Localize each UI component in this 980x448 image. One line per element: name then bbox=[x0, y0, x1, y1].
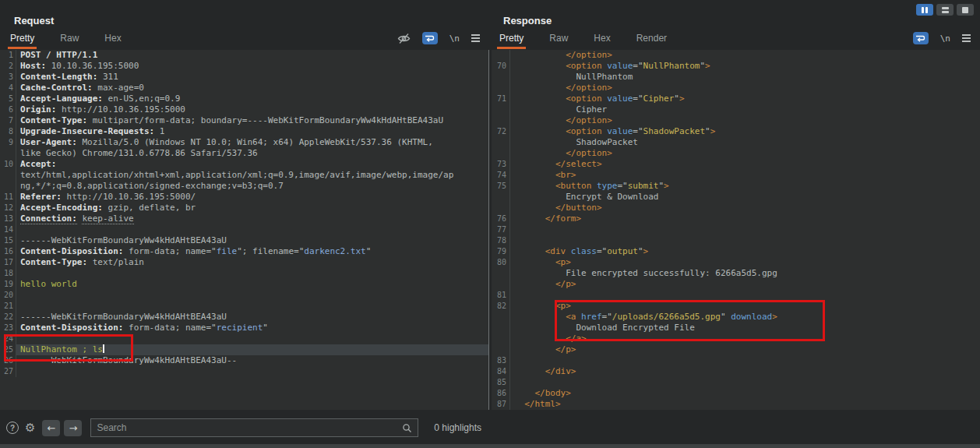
code-line[interactable]: 12Accept-Encoding: gzip, deflate, br bbox=[0, 203, 488, 213]
code-line[interactable]: 21 bbox=[0, 301, 488, 312]
code-line[interactable]: 5Accept-Language: en-US,en;q=0.9 bbox=[0, 93, 488, 104]
line-number: 87 bbox=[492, 399, 510, 410]
tab-hex[interactable]: Hex bbox=[102, 31, 123, 49]
help-icon[interactable]: ? bbox=[6, 422, 19, 434]
menu-icon[interactable] bbox=[471, 34, 480, 42]
response-toolbar: \n bbox=[913, 30, 971, 46]
tab-raw[interactable]: Raw bbox=[58, 31, 81, 49]
line-number: 19 bbox=[0, 279, 16, 290]
line-number: 84 bbox=[492, 366, 510, 377]
code-line[interactable]: 4Cache-Control: max-age=0 bbox=[0, 83, 488, 93]
tab-hex[interactable]: Hex bbox=[591, 31, 612, 49]
code-line[interactable]: 7Content-Type: multipart/form-data; boun… bbox=[0, 115, 488, 126]
line-number: 18 bbox=[0, 268, 16, 279]
line-number bbox=[492, 83, 510, 93]
text-cursor bbox=[103, 344, 104, 353]
line-number: 4 bbox=[0, 83, 16, 93]
tab-pretty[interactable]: Pretty bbox=[497, 31, 526, 49]
request-editor[interactable]: 1POST / HTTP/1.12Host: 10.10.36.195:5000… bbox=[0, 50, 489, 410]
line-number: 26 bbox=[0, 355, 16, 366]
code-line[interactable]: 25NullPhantom ; ls bbox=[0, 344, 488, 355]
code-line: </a> bbox=[492, 333, 980, 344]
code-line: <a href="/uploads/6266a5d5.gpg" download… bbox=[492, 312, 980, 323]
code-line[interactable]: ng,*/*;q=0.8,application/signed-exchange… bbox=[0, 181, 488, 192]
code-line: ShadowPacket bbox=[492, 137, 980, 148]
code-line[interactable]: 26------WebKitFormBoundaryWw4kHdAHtBEA43… bbox=[0, 355, 488, 366]
search-input[interactable] bbox=[97, 422, 402, 433]
request-title: Request bbox=[14, 15, 54, 26]
code-line[interactable]: 1POST / HTTP/1.1 bbox=[0, 50, 488, 61]
code-line[interactable]: 19hello world bbox=[0, 279, 488, 290]
code-line[interactable]: 8Upgrade-Insecure-Requests: 1 bbox=[0, 126, 488, 137]
code-line: 72 <option value="ShadowPacket"> bbox=[492, 126, 980, 137]
code-line[interactable]: 3Content-Length: 311 bbox=[0, 72, 488, 83]
request-toolbar: \n bbox=[397, 30, 480, 46]
line-number: 9 bbox=[0, 137, 16, 148]
line-number bbox=[0, 181, 16, 192]
code-line: </option> bbox=[492, 115, 980, 126]
line-number bbox=[492, 72, 510, 83]
line-number bbox=[492, 192, 510, 203]
wrap-lines-icon[interactable] bbox=[913, 32, 929, 44]
code-line[interactable]: 24 bbox=[0, 333, 488, 344]
line-number: 81 bbox=[492, 290, 510, 301]
line-number bbox=[492, 148, 510, 159]
code-line[interactable]: 23Content-Disposition: form-data; name="… bbox=[0, 323, 488, 333]
response-editor[interactable]: </option>70 <option value="NullPhantom">… bbox=[492, 50, 980, 410]
code-line[interactable]: 11Referer: http://10.10.36.195:5000/ bbox=[0, 192, 488, 203]
line-number: 10 bbox=[0, 159, 16, 170]
wrap-lines-icon[interactable] bbox=[422, 32, 438, 44]
code-line: 75 <button type="submit"> bbox=[492, 181, 980, 192]
tab-raw[interactable]: Raw bbox=[547, 31, 570, 49]
response-tabs: PrettyRawHexRender bbox=[497, 31, 669, 49]
code-line[interactable]: 18 bbox=[0, 268, 488, 279]
line-number: 71 bbox=[492, 93, 510, 104]
hide-nonprintable-icon[interactable] bbox=[397, 33, 411, 44]
next-match-button[interactable]: → bbox=[64, 420, 82, 436]
code-line[interactable]: 16Content-Disposition: form-data; name="… bbox=[0, 246, 488, 257]
code-line[interactable]: 22------WebKitFormBoundaryWw4kHdAHtBEA43… bbox=[0, 312, 488, 323]
code-line: </p> bbox=[492, 344, 980, 355]
line-number: 24 bbox=[0, 333, 16, 344]
line-number: 12 bbox=[0, 203, 16, 213]
request-tabs: PrettyRawHex bbox=[8, 31, 124, 49]
code-line[interactable]: 15------WebKitFormBoundaryWw4kHdAHtBEA43… bbox=[0, 235, 488, 246]
gear-icon[interactable]: ⚙ bbox=[25, 422, 35, 434]
code-line[interactable]: 13Connection: keep-alive bbox=[0, 213, 488, 224]
code-line[interactable]: 9User-Agent: Mozilla/5.0 (Windows NT 10.… bbox=[0, 137, 488, 148]
layout-rows-button[interactable] bbox=[936, 4, 954, 16]
newline-icon[interactable]: \n bbox=[940, 34, 950, 44]
menu-icon[interactable] bbox=[962, 34, 971, 42]
line-number: 78 bbox=[492, 235, 510, 246]
line-number: 72 bbox=[492, 126, 510, 137]
prev-match-button[interactable]: ← bbox=[42, 420, 60, 436]
layout-single-button[interactable] bbox=[957, 4, 974, 16]
code-line[interactable]: 17Content-Type: text/plain bbox=[0, 257, 488, 268]
code-line[interactable]: 6Origin: http://10.10.36.195:5000 bbox=[0, 104, 488, 115]
tab-render[interactable]: Render bbox=[634, 31, 669, 49]
line-number: 86 bbox=[492, 388, 510, 399]
code-line[interactable]: 2Host: 10.10.36.195:5000 bbox=[0, 61, 488, 72]
code-line[interactable]: 27 bbox=[0, 366, 488, 377]
layout-columns-button[interactable] bbox=[916, 4, 933, 16]
code-line: </option> bbox=[492, 148, 980, 159]
highlights-count: 0 highlights bbox=[434, 422, 481, 433]
code-line[interactable]: text/html,application/xhtml+xml,applicat… bbox=[0, 170, 488, 181]
line-number bbox=[492, 333, 510, 344]
code-line[interactable]: 14 bbox=[0, 224, 488, 235]
line-number: 27 bbox=[0, 366, 16, 377]
code-line: 70 <option value="NullPhantom"> bbox=[492, 61, 980, 72]
line-number: 14 bbox=[0, 224, 16, 235]
line-number bbox=[0, 148, 16, 159]
line-number: 5 bbox=[0, 93, 16, 104]
code-line[interactable]: 10Accept: bbox=[0, 159, 488, 170]
line-number bbox=[492, 344, 510, 355]
code-line: 84 </div> bbox=[492, 366, 980, 377]
newline-icon[interactable]: \n bbox=[449, 34, 460, 44]
line-number: 3 bbox=[0, 72, 16, 83]
tab-pretty[interactable]: Pretty bbox=[8, 31, 37, 49]
line-number: 80 bbox=[492, 257, 510, 268]
code-line[interactable]: 20 bbox=[0, 290, 488, 301]
code-line: 79 <div class="output"> bbox=[492, 246, 980, 257]
code-line[interactable]: like Gecko) Chrome/131.0.6778.86 Safari/… bbox=[0, 148, 488, 159]
